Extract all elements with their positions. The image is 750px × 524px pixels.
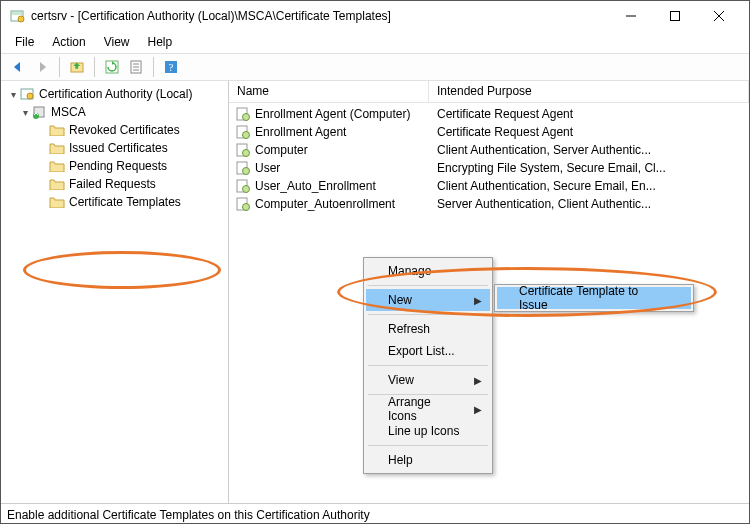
list-row[interactable]: Enrollment Agent (Computer) Certificate … [229,105,749,123]
menu-view[interactable]: View [96,33,138,51]
list-row[interactable]: Enrollment Agent Certificate Request Age… [229,123,749,141]
list-cell-purpose: Client Authentication, Secure Email, En.… [429,179,749,193]
annotation-ellipse [23,251,221,289]
tree-pane: ▾ Certification Authority (Local) ▾ MSCA… [1,81,229,503]
tree-item-label: Failed Requests [69,177,156,191]
toolbar: ? [1,53,749,81]
tree-root[interactable]: ▾ Certification Authority (Local) [5,85,224,103]
ctx-manage[interactable]: Manage [366,260,490,282]
context-submenu: Certificate Template to Issue [494,284,694,312]
folder-icon [49,158,65,174]
chevron-right-icon: ▶ [474,375,482,386]
tree-item-certificate-templates[interactable]: Certificate Templates [5,193,224,211]
list-row[interactable]: User_Auto_Enrollment Client Authenticati… [229,177,749,195]
tree-item-label: Revoked Certificates [69,123,180,137]
refresh-button[interactable] [101,56,123,78]
menu-action[interactable]: Action [44,33,93,51]
svg-point-18 [33,113,39,119]
tree-item-pending[interactable]: Pending Requests [5,157,224,175]
ctx-label: Line up Icons [388,424,459,438]
titlebar: certsrv - [Certification Authority (Loca… [1,1,749,31]
ctx-arrange-icons[interactable]: Arrange Icons▶ [366,398,490,420]
tree-node-label: MSCA [51,105,86,119]
list-row[interactable]: Computer Client Authentication, Server A… [229,141,749,159]
close-button[interactable] [697,2,741,30]
svg-rect-4 [671,12,680,21]
list-body: Enrollment Agent (Computer) Certificate … [229,103,749,213]
ctx-sub-label: Certificate Template to Issue [519,284,669,312]
ctx-refresh[interactable]: Refresh [366,318,490,340]
column-header-name[interactable]: Name [229,81,429,103]
menu-help[interactable]: Help [140,33,181,51]
ctx-separator [368,445,488,446]
ctx-export-list[interactable]: Export List... [366,340,490,362]
cert-authority-icon [19,86,35,102]
ctx-new-certificate-template[interactable]: Certificate Template to Issue [497,287,691,309]
list-cell-purpose: Certificate Request Agent [429,125,749,139]
tree-item-label: Certificate Templates [69,195,181,209]
folder-icon [49,140,65,156]
tree-item-revoked[interactable]: Revoked Certificates [5,121,224,139]
back-button[interactable] [7,56,29,78]
toolbar-separator [59,57,60,77]
help-button[interactable]: ? [160,56,182,78]
cert-template-icon [235,178,251,194]
server-icon [31,104,47,120]
window-title: certsrv - [Certification Authority (Loca… [31,9,609,23]
maximize-button[interactable] [653,2,697,30]
chevron-right-icon: ▶ [474,404,482,415]
ctx-help[interactable]: Help [366,449,490,471]
svg-point-24 [243,150,250,157]
folder-icon [49,122,65,138]
menubar: File Action View Help [1,31,749,53]
chevron-down-icon: ▾ [7,89,19,100]
window-controls [609,2,741,30]
svg-text:?: ? [169,61,174,73]
list-row[interactable]: User Encrypting File System, Secure Emai… [229,159,749,177]
ctx-separator [368,314,488,315]
menu-file[interactable]: File [7,33,42,51]
list-cell-purpose: Encrypting File System, Secure Email, Cl… [429,161,749,175]
chevron-down-icon: ▾ [19,107,31,118]
list-cell-name: Enrollment Agent [255,125,346,139]
list-header: Name Intended Purpose [229,81,749,103]
ctx-label: Refresh [388,322,430,336]
up-button[interactable] [66,56,88,78]
list-row[interactable]: Computer_Autoenrollment Server Authentic… [229,195,749,213]
ctx-label: New [388,293,412,307]
ctx-separator [368,365,488,366]
tree-item-label: Issued Certificates [69,141,168,155]
ctx-view[interactable]: View▶ [366,369,490,391]
svg-point-26 [243,168,250,175]
export-button[interactable] [125,56,147,78]
ctx-label: Manage [388,264,431,278]
ctx-label: Export List... [388,344,455,358]
status-text: Enable additional Certificate Templates … [7,508,370,522]
ctx-label: Help [388,453,413,467]
tree-node-msca[interactable]: ▾ MSCA [5,103,224,121]
ctx-new[interactable]: New▶ [366,289,490,311]
ctx-line-up-icons[interactable]: Line up Icons [366,420,490,442]
svg-point-2 [18,16,24,22]
tree-item-issued[interactable]: Issued Certificates [5,139,224,157]
list-pane: Name Intended Purpose Enrollment Agent (… [229,81,749,503]
minimize-button[interactable] [609,2,653,30]
list-cell-purpose: Server Authentication, Client Authentic.… [429,197,749,211]
ctx-label: Arrange Icons [388,395,462,423]
svg-point-22 [243,132,250,139]
toolbar-separator [94,57,95,77]
content-area: ▾ Certification Authority (Local) ▾ MSCA… [1,81,749,503]
folder-icon [49,194,65,210]
cert-template-icon [235,124,251,140]
column-header-purpose[interactable]: Intended Purpose [429,81,749,103]
chevron-right-icon: ▶ [474,295,482,306]
tree-item-failed[interactable]: Failed Requests [5,175,224,193]
list-cell-name: Computer [255,143,308,157]
tree-item-label: Pending Requests [69,159,167,173]
statusbar: Enable additional Certificate Templates … [1,503,749,524]
forward-button[interactable] [31,56,53,78]
svg-point-28 [243,186,250,193]
list-cell-name: Computer_Autoenrollment [255,197,395,211]
ctx-label: View [388,373,414,387]
cert-template-icon [235,196,251,212]
